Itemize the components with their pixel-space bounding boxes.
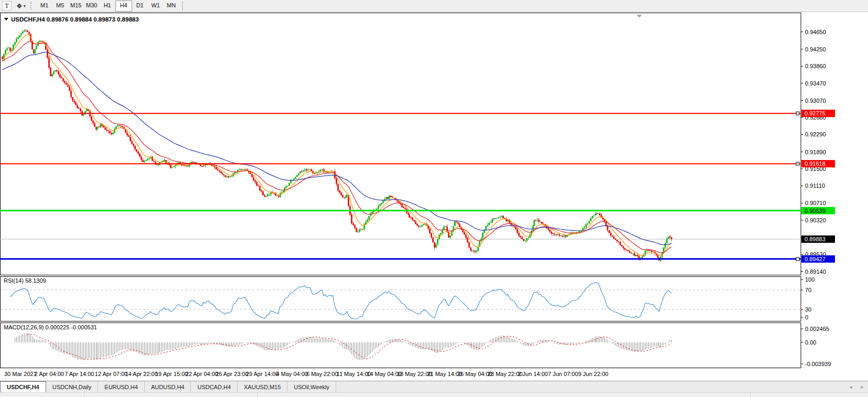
objects-icon[interactable]: ❖ xyxy=(16,2,23,10)
scroll-left-icon[interactable]: ◂ xyxy=(845,381,856,392)
time-axis-label: 14 Apr 22:00 xyxy=(125,371,157,377)
macd-tick-label: -0.003939 xyxy=(805,361,831,367)
time-axis-label: 2 Apr 04:00 xyxy=(35,371,64,377)
chart-tab-xauusd[interactable]: XAUUSD,M15 xyxy=(238,381,287,392)
text-tool-button[interactable]: T xyxy=(2,1,12,10)
timeframe-button-h1[interactable]: H1 xyxy=(100,1,115,10)
timeframe-button-m15[interactable]: M15 xyxy=(68,1,84,10)
chart-tab-usdcnh[interactable]: USDCNH,Daily xyxy=(46,381,99,392)
time-axis-label: 4 May 04:00 xyxy=(276,371,308,377)
price-tick-label: 0.90320 xyxy=(805,217,826,223)
status-bar xyxy=(0,392,868,397)
rsi-tick-label: 70 xyxy=(805,287,811,293)
price-tick-label: 0.91110 xyxy=(805,183,825,189)
timeframe-button-m5[interactable]: M5 xyxy=(52,1,68,10)
price-tick-label: 0.93070 xyxy=(805,98,826,104)
timeframe-button-w1[interactable]: W1 xyxy=(148,1,164,10)
chart-tab-eurusd[interactable]: EURUSD,H4 xyxy=(98,381,145,392)
chart-tab-audusd[interactable]: AUDUSD,H4 xyxy=(145,381,191,392)
time-axis-label: 19 Apr 15:00 xyxy=(155,371,188,377)
timeframe-button-d1[interactable]: D1 xyxy=(132,1,148,10)
svg-text:0.92775: 0.92775 xyxy=(805,110,826,116)
price-tick-label: 0.89140 xyxy=(805,269,826,275)
price-tick-label: 0.93470 xyxy=(805,80,826,87)
chart-tab-usdcad[interactable]: USDCAD,H4 xyxy=(191,381,238,392)
chart-tab-usoil[interactable]: USOil,Weekly xyxy=(287,381,336,392)
timeframe-button-m1[interactable]: M1 xyxy=(37,1,52,10)
macd-label: MACD(12,26,9) 0.000225 -0.000531 xyxy=(4,324,97,330)
rsi-tick-label: 30 xyxy=(805,306,811,313)
rsi-tick-label: 0 xyxy=(805,314,808,320)
rsi-tick-label: 100 xyxy=(805,276,815,283)
time-axis-label: 11 May 14:00 xyxy=(337,371,371,377)
toolbar-separator xyxy=(182,2,186,10)
time-axis-label: 7 Jun 07:00 xyxy=(548,371,578,377)
price-tick-label: 0.92290 xyxy=(805,131,826,137)
toolbar: T ❖ ▾ M1M5M15M30H1H4D1W1MN xyxy=(0,0,868,12)
time-axis: 30 Mar 20212 Apr 04:007 Apr 14:0012 Apr … xyxy=(0,368,868,381)
time-axis-label: 9 Jun 22:00 xyxy=(578,371,608,377)
chevron-down-icon[interactable]: ▾ xyxy=(24,4,26,8)
price-tick-label: 0.94250 xyxy=(805,46,826,52)
chart-canvas[interactable]: 0.946500.942500.938600.934700.930700.926… xyxy=(0,13,868,368)
svg-text:0.89427: 0.89427 xyxy=(805,256,826,262)
svg-text:0.89883: 0.89883 xyxy=(805,236,826,242)
macd-tick-label: 0.00 xyxy=(805,339,816,346)
chart-tab-usdchf[interactable]: USDCHF,H4 xyxy=(0,381,46,392)
line-handle xyxy=(796,257,799,261)
macd-pane xyxy=(1,323,801,368)
toolbar-separator xyxy=(30,2,34,10)
timeframe-button-mn[interactable]: MN xyxy=(164,1,179,10)
svg-text:0.90539: 0.90539 xyxy=(805,208,826,214)
time-axis-label: 2 Jun 14:00 xyxy=(518,371,548,377)
price-tick-label: 0.94650 xyxy=(805,29,826,35)
line-handle xyxy=(796,112,799,115)
svg-text:0.91618: 0.91618 xyxy=(805,160,826,167)
scroll-right-icon[interactable]: ▸ xyxy=(856,381,868,392)
time-axis-label: 12 Apr 07:00 xyxy=(95,371,127,377)
time-axis-label: 26 Apr 23:00 xyxy=(216,371,248,377)
tab-bar-spacer xyxy=(336,381,845,392)
time-axis-label: 29 Apr 14:00 xyxy=(246,371,278,377)
main-price-pane xyxy=(1,13,801,275)
timeframe-button-h4[interactable]: H4 xyxy=(115,1,132,12)
time-axis-label: 30 Mar 2021 xyxy=(4,371,37,377)
price-tick-label: 0.90710 xyxy=(805,200,826,206)
timeframe-group: M1M5M15M30H1H4D1W1MN xyxy=(37,1,179,12)
rsi-label: RSI(14) 58.1309 xyxy=(4,277,46,284)
time-axis-label: 7 Apr 14:00 xyxy=(65,371,94,377)
time-axis-label: 6 May 22:00 xyxy=(306,371,338,377)
timeframe-button-m30[interactable]: M30 xyxy=(84,1,100,10)
line-handle xyxy=(796,162,799,165)
chart-title: USDCHF,H4 0.89876 0.89884 0.89873 0.8988… xyxy=(11,16,139,23)
time-axis-label: 22 Apr 04:00 xyxy=(186,371,218,377)
price-tick-label: 0.91890 xyxy=(805,149,826,155)
price-tick-label: 0.93860 xyxy=(805,63,826,69)
rsi-pane xyxy=(1,277,801,321)
macd-tick-label: 0.002465 xyxy=(805,326,829,332)
chart-tab-bar: USDCHF,H4USDCNH,DailyEURUSD,H4AUDUSD,H4U… xyxy=(0,381,868,392)
mt4-terminal: T ❖ ▾ M1M5M15M30H1H4D1W1MN 0.946500.9425… xyxy=(0,0,868,397)
